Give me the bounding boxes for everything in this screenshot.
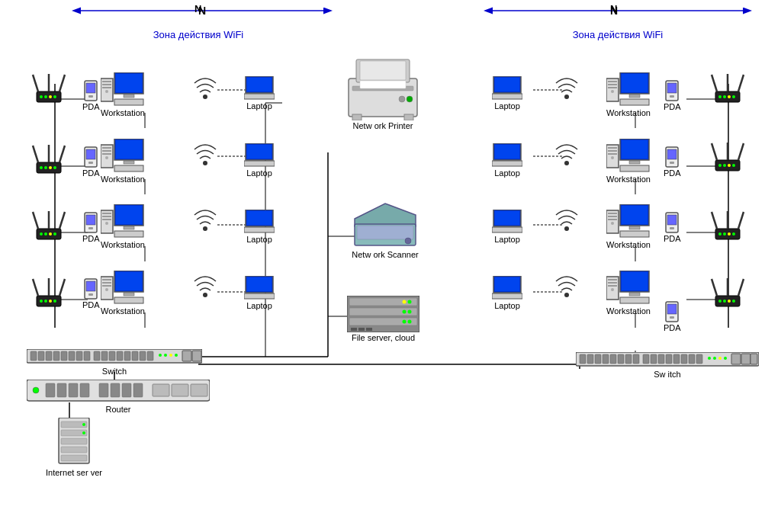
svg-rect-174 xyxy=(124,351,130,361)
svg-point-220 xyxy=(732,164,735,167)
svg-point-281 xyxy=(564,226,569,231)
ws-left-3: Workstation xyxy=(101,204,145,249)
svg-rect-322 xyxy=(731,354,741,364)
svg-point-226 xyxy=(723,232,726,236)
svg-rect-103 xyxy=(244,161,275,166)
ws-left-1-icon xyxy=(101,72,145,107)
svg-rect-256 xyxy=(608,153,617,155)
svg-rect-93 xyxy=(102,150,111,152)
svg-line-67 xyxy=(59,279,65,296)
svg-line-214 xyxy=(712,143,717,160)
svg-rect-255 xyxy=(608,150,617,152)
laptop-right-1-icon xyxy=(492,76,522,101)
ws-right-1-label: Workstation xyxy=(606,108,651,117)
svg-rect-296 xyxy=(670,316,674,319)
svg-point-212 xyxy=(732,95,735,98)
svg-rect-131 xyxy=(114,297,143,303)
svg-rect-189 xyxy=(80,383,89,397)
svg-rect-102 xyxy=(247,145,272,159)
wap-right-2 xyxy=(708,139,747,177)
svg-rect-324 xyxy=(750,354,757,364)
svg-rect-268 xyxy=(492,161,522,166)
svg-point-211 xyxy=(728,95,731,98)
svg-point-157 xyxy=(403,320,407,324)
svg-rect-183 xyxy=(192,351,201,361)
svg-rect-304 xyxy=(595,354,601,364)
svg-point-204 xyxy=(82,431,85,434)
svg-rect-201 xyxy=(61,447,87,453)
svg-rect-323 xyxy=(741,354,750,364)
svg-line-222 xyxy=(712,212,717,229)
svg-point-210 xyxy=(723,95,726,98)
svg-rect-168 xyxy=(76,351,82,361)
svg-line-57 xyxy=(33,212,38,229)
laptop-left-3: Laptop xyxy=(244,210,275,244)
switch-right-icon xyxy=(576,352,759,369)
pda-right-2-icon xyxy=(665,146,679,168)
ws-left-4: Workstation xyxy=(101,271,145,316)
wifi-right-4-icon xyxy=(555,271,578,300)
svg-rect-283 xyxy=(495,211,519,225)
svg-rect-89 xyxy=(86,149,95,159)
svg-point-84 xyxy=(203,95,207,99)
svg-rect-160 xyxy=(366,328,372,331)
svg-rect-83 xyxy=(114,99,143,105)
svg-line-41 xyxy=(33,75,38,91)
pda-right-3-label: PDA xyxy=(664,234,681,243)
laptop-left-1-icon xyxy=(244,76,275,101)
pda-left-2-label: PDA xyxy=(82,168,100,178)
svg-rect-306 xyxy=(610,354,616,364)
svg-line-49 xyxy=(33,146,38,162)
svg-point-249 xyxy=(564,95,569,99)
wap-left-4-icon xyxy=(29,274,69,312)
network-printer: Netw ork Printer xyxy=(345,52,421,130)
svg-rect-109 xyxy=(102,216,111,217)
svg-rect-187 xyxy=(57,383,66,397)
svg-rect-279 xyxy=(667,215,677,225)
svg-rect-155 xyxy=(349,318,417,325)
svg-rect-78 xyxy=(102,87,111,88)
svg-rect-190 xyxy=(99,383,108,397)
pda-left-4: PDA xyxy=(82,278,100,309)
svg-point-63 xyxy=(53,232,56,236)
svg-rect-140 xyxy=(360,81,406,88)
svg-point-181 xyxy=(175,354,178,357)
svg-rect-309 xyxy=(633,354,639,364)
wifi-left-4-icon xyxy=(194,271,217,300)
svg-rect-295 xyxy=(667,304,677,314)
laptop-left-3-label: Laptop xyxy=(246,235,272,244)
svg-rect-270 xyxy=(608,213,617,214)
pda-left-4-icon xyxy=(84,278,98,300)
wap-right-3-icon xyxy=(708,207,747,245)
svg-line-224 xyxy=(738,212,744,229)
svg-point-241 xyxy=(611,90,614,93)
svg-rect-247 xyxy=(667,83,677,93)
laptop-right-3-icon xyxy=(492,210,522,234)
svg-rect-134 xyxy=(247,277,272,291)
wap-right-2-icon xyxy=(708,139,747,177)
laptop-left-4-icon xyxy=(244,276,275,300)
laptop-right-4: Laptop xyxy=(492,276,522,310)
svg-rect-177 xyxy=(147,351,153,361)
svg-rect-115 xyxy=(114,231,143,237)
svg-rect-125 xyxy=(102,282,111,284)
pda-right-1-label: PDA xyxy=(664,102,681,111)
file-server: File server, cloud xyxy=(347,296,419,342)
internet-server-label: Internet ser ver xyxy=(46,468,102,477)
svg-rect-288 xyxy=(608,285,617,287)
svg-line-232 xyxy=(738,279,744,296)
svg-rect-308 xyxy=(625,354,632,364)
pda-left-3-icon xyxy=(84,212,98,233)
svg-line-230 xyxy=(712,279,717,296)
svg-point-132 xyxy=(203,293,207,297)
svg-rect-315 xyxy=(681,354,687,364)
network-scanner-label: Netw ork Scanner xyxy=(352,250,418,259)
svg-rect-119 xyxy=(244,227,275,232)
svg-rect-110 xyxy=(102,219,111,220)
wap-right-4-icon xyxy=(708,274,747,312)
svg-point-178 xyxy=(159,354,162,357)
ws-left-4-label: Workstation xyxy=(101,306,145,316)
wifi-left-2 xyxy=(194,139,217,168)
svg-rect-259 xyxy=(622,140,648,159)
svg-rect-149 xyxy=(349,298,417,306)
